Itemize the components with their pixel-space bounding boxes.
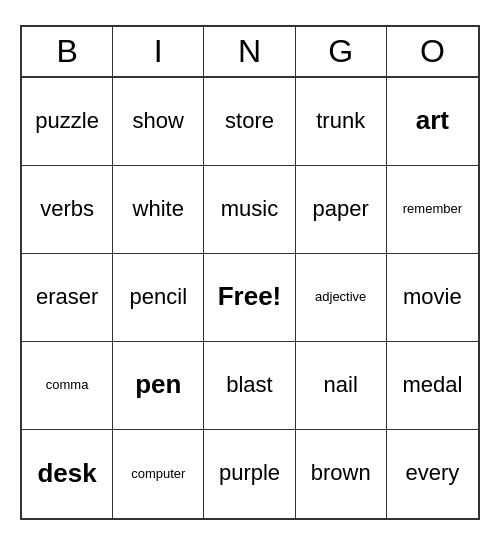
bingo-cell[interactable]: movie [387, 254, 478, 342]
header-letter: N [204, 27, 295, 76]
cell-text: music [221, 196, 278, 222]
bingo-cell[interactable]: adjective [296, 254, 387, 342]
cell-text: pen [135, 369, 181, 400]
bingo-grid: puzzleshowstoretrunkartverbswhitemusicpa… [22, 78, 478, 518]
cell-text: every [405, 460, 459, 486]
cell-text: nail [324, 372, 358, 398]
cell-text: computer [131, 466, 185, 482]
cell-text: adjective [315, 289, 366, 305]
cell-text: store [225, 108, 274, 134]
cell-text: trunk [316, 108, 365, 134]
bingo-cell[interactable]: paper [296, 166, 387, 254]
cell-text: show [133, 108, 184, 134]
cell-text: verbs [40, 196, 94, 222]
bingo-cell[interactable]: pen [113, 342, 204, 430]
bingo-cell[interactable]: pencil [113, 254, 204, 342]
cell-text: Free! [218, 281, 282, 312]
cell-text: pencil [130, 284, 187, 310]
bingo-cell[interactable]: puzzle [22, 78, 113, 166]
bingo-cell[interactable]: music [204, 166, 295, 254]
header-letter: I [113, 27, 204, 76]
bingo-cell[interactable]: remember [387, 166, 478, 254]
cell-text: desk [37, 458, 96, 489]
cell-text: remember [403, 201, 462, 217]
cell-text: brown [311, 460, 371, 486]
bingo-cell[interactable]: comma [22, 342, 113, 430]
cell-text: puzzle [35, 108, 99, 134]
bingo-card: BINGO puzzleshowstoretrunkartverbswhitem… [20, 25, 480, 520]
bingo-cell[interactable]: desk [22, 430, 113, 518]
bingo-cell[interactable]: verbs [22, 166, 113, 254]
bingo-cell[interactable]: brown [296, 430, 387, 518]
bingo-cell[interactable]: show [113, 78, 204, 166]
bingo-cell[interactable]: every [387, 430, 478, 518]
bingo-cell[interactable]: medal [387, 342, 478, 430]
bingo-cell[interactable]: nail [296, 342, 387, 430]
header-letter: G [296, 27, 387, 76]
cell-text: blast [226, 372, 272, 398]
cell-text: medal [402, 372, 462, 398]
cell-text: comma [46, 377, 89, 393]
cell-text: eraser [36, 284, 98, 310]
bingo-cell[interactable]: purple [204, 430, 295, 518]
bingo-cell[interactable]: blast [204, 342, 295, 430]
bingo-cell[interactable]: white [113, 166, 204, 254]
cell-text: paper [313, 196, 369, 222]
bingo-cell[interactable]: store [204, 78, 295, 166]
bingo-header: BINGO [22, 27, 478, 78]
header-letter: B [22, 27, 113, 76]
header-letter: O [387, 27, 478, 76]
bingo-cell[interactable]: trunk [296, 78, 387, 166]
bingo-cell[interactable]: Free! [204, 254, 295, 342]
bingo-cell[interactable]: computer [113, 430, 204, 518]
cell-text: movie [403, 284, 462, 310]
cell-text: purple [219, 460, 280, 486]
bingo-cell[interactable]: art [387, 78, 478, 166]
bingo-cell[interactable]: eraser [22, 254, 113, 342]
cell-text: art [416, 105, 449, 136]
cell-text: white [133, 196, 184, 222]
